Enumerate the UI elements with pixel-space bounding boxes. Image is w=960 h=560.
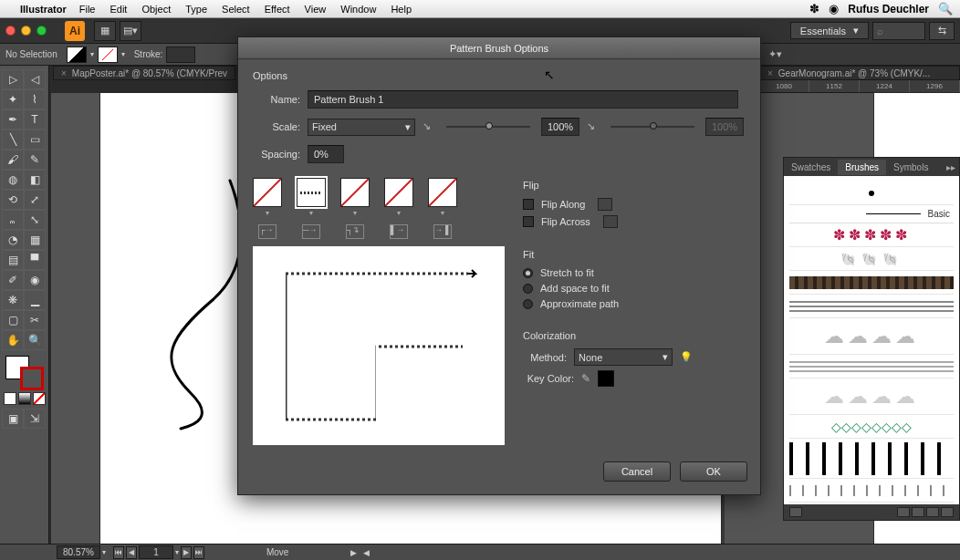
brush-item[interactable]: ☁☁☁☁ bbox=[789, 379, 954, 415]
menu-view[interactable]: View bbox=[305, 4, 327, 15]
rotate-tool[interactable]: ⟲ bbox=[2, 190, 24, 210]
symbol-sprayer-tool[interactable]: ❋ bbox=[2, 290, 24, 310]
zoom-tool[interactable]: 🔍 bbox=[24, 330, 46, 350]
key-color-swatch[interactable] bbox=[598, 370, 614, 387]
method-select[interactable]: None▾ bbox=[574, 348, 673, 366]
ok-button[interactable]: OK bbox=[680, 461, 747, 482]
rectangle-tool[interactable]: ▭ bbox=[24, 130, 46, 150]
direct-selection-tool[interactable]: ◁ bbox=[24, 69, 46, 89]
brush-item[interactable] bbox=[789, 355, 954, 379]
menu-object[interactable]: Object bbox=[141, 4, 171, 15]
artboard-number[interactable]: 1 bbox=[139, 545, 173, 559]
width-tool[interactable]: ⩋ bbox=[2, 210, 24, 230]
chevron-down-icon[interactable]: ▾ bbox=[90, 50, 94, 58]
spotlight-icon[interactable]: 🔍 bbox=[938, 2, 953, 16]
brush-item[interactable]: ☁☁☁☁ bbox=[789, 318, 954, 355]
delete-brush-icon[interactable] bbox=[941, 507, 954, 517]
slice-tool[interactable]: ✂ bbox=[24, 310, 46, 330]
blend-tool[interactable]: ◉ bbox=[24, 270, 46, 290]
brush-item[interactable] bbox=[789, 479, 954, 503]
spacing-input[interactable]: 0% bbox=[308, 145, 344, 163]
panel-collapse-icon[interactable]: ▸▸ bbox=[946, 162, 955, 172]
chevron-down-icon[interactable]: ▾ bbox=[121, 50, 125, 58]
color-mode-gradient[interactable] bbox=[18, 392, 31, 405]
brush-item[interactable] bbox=[789, 439, 954, 479]
gradient-tool[interactable]: ▀ bbox=[24, 250, 46, 270]
screen-mode-toggle[interactable]: ⇲ bbox=[24, 409, 46, 429]
hand-tool[interactable]: ✋ bbox=[2, 330, 24, 350]
graph-tool[interactable]: ▁ bbox=[24, 290, 46, 310]
tips-icon[interactable]: 💡 bbox=[680, 351, 693, 363]
fit-stretch-radio[interactable] bbox=[523, 268, 533, 278]
chevron-down-icon[interactable]: ▾ bbox=[353, 209, 357, 217]
last-artboard-button[interactable]: ⏭ bbox=[193, 546, 204, 559]
menu-type[interactable]: Type bbox=[185, 4, 207, 15]
panel-menu-icon[interactable]: ✦▾ bbox=[768, 48, 782, 60]
fit-approx-radio[interactable] bbox=[523, 299, 533, 309]
magic-wand-tool[interactable]: ✦ bbox=[2, 89, 24, 109]
chevron-down-icon[interactable]: ▾ bbox=[102, 548, 106, 556]
stroke-swatch[interactable] bbox=[98, 47, 118, 63]
selection-tool[interactable]: ▷ bbox=[2, 69, 24, 89]
cloud-icon[interactable]: ◉ bbox=[829, 2, 839, 16]
minimize-window-button[interactable] bbox=[21, 26, 31, 36]
eraser-tool[interactable]: ◧ bbox=[24, 170, 46, 190]
artboard-tool[interactable]: ▢ bbox=[2, 310, 24, 330]
eyedropper-icon[interactable]: ✎ bbox=[581, 372, 590, 385]
scale-value[interactable]: 100% bbox=[541, 118, 579, 136]
perspective-tool[interactable]: ▦ bbox=[24, 230, 46, 250]
menu-file[interactable]: File bbox=[79, 4, 96, 15]
prev-artboard-button[interactable]: ◀ bbox=[126, 546, 137, 559]
brush-item[interactable]: 🐚🐚🐚 bbox=[789, 247, 954, 271]
lasso-tool[interactable]: ⌇ bbox=[24, 89, 46, 109]
tab-swatches[interactable]: Swatches bbox=[784, 160, 838, 175]
flip-along-checkbox[interactable] bbox=[523, 199, 534, 210]
tab-symbols[interactable]: Symbols bbox=[886, 160, 935, 175]
shape-builder-tool[interactable]: ◔ bbox=[2, 230, 24, 250]
side-tile[interactable] bbox=[297, 178, 326, 207]
outer-corner-tile[interactable] bbox=[253, 178, 282, 207]
stroke-weight-field[interactable] bbox=[166, 47, 195, 63]
pen-tool[interactable]: ✒ bbox=[2, 109, 24, 130]
pencil-tool[interactable]: ✎ bbox=[24, 150, 46, 170]
workspace-switcher[interactable]: Essentials ▾ bbox=[790, 22, 869, 39]
scale-slider[interactable] bbox=[446, 126, 530, 128]
stroke-color-swatch[interactable] bbox=[20, 367, 44, 390]
type-tool[interactable]: T bbox=[24, 109, 46, 130]
zoom-window-button[interactable] bbox=[37, 26, 47, 36]
scale-tool[interactable]: ⤢ bbox=[24, 190, 46, 210]
brush-library-icon[interactable] bbox=[789, 507, 802, 517]
new-brush-icon[interactable] bbox=[926, 507, 939, 517]
inner-corner-tile[interactable] bbox=[340, 178, 370, 207]
scroll-left-icon[interactable]: ◀ bbox=[363, 548, 370, 557]
link-right-icon[interactable]: ↘ bbox=[587, 120, 600, 133]
fit-addspace-radio[interactable] bbox=[523, 284, 533, 294]
fill-stroke-control[interactable] bbox=[4, 356, 46, 390]
close-window-button[interactable] bbox=[5, 26, 16, 36]
color-mode-none[interactable] bbox=[33, 392, 46, 405]
chevron-down-icon[interactable]: ▾ bbox=[175, 548, 179, 556]
zoom-field[interactable]: 80.57% bbox=[57, 545, 100, 559]
screen-mode-normal[interactable]: ▣ bbox=[2, 409, 24, 429]
color-mode-solid[interactable] bbox=[4, 392, 16, 405]
brush-item[interactable] bbox=[789, 295, 954, 318]
cancel-button[interactable]: Cancel bbox=[603, 461, 671, 482]
chevron-down-icon[interactable]: ▾ bbox=[309, 209, 313, 217]
fill-swatch[interactable] bbox=[67, 47, 87, 63]
menu-edit[interactable]: Edit bbox=[110, 4, 127, 15]
menu-help[interactable]: Help bbox=[391, 4, 412, 15]
link-left-icon[interactable]: ↘ bbox=[423, 120, 435, 133]
app-name[interactable]: Illustrator bbox=[20, 4, 67, 15]
menu-select[interactable]: Select bbox=[222, 4, 250, 15]
brush-item-basic[interactable]: Basic bbox=[789, 205, 954, 223]
first-artboard-button[interactable]: ⏮ bbox=[113, 546, 124, 559]
brush-item[interactable] bbox=[789, 271, 954, 295]
arrange-docs-icon[interactable]: ▤▾ bbox=[120, 21, 141, 41]
eyedropper-tool[interactable]: ✐ bbox=[2, 270, 24, 290]
scale-mode-select[interactable]: Fixed▾ bbox=[308, 119, 415, 136]
flip-across-checkbox[interactable] bbox=[523, 216, 534, 227]
sync-icon[interactable]: ✽ bbox=[809, 2, 819, 16]
brush-item[interactable]: ✽✽✽✽✽ bbox=[789, 223, 954, 247]
mesh-tool[interactable]: ▤ bbox=[2, 250, 24, 270]
tab-brushes[interactable]: Brushes bbox=[838, 160, 886, 175]
